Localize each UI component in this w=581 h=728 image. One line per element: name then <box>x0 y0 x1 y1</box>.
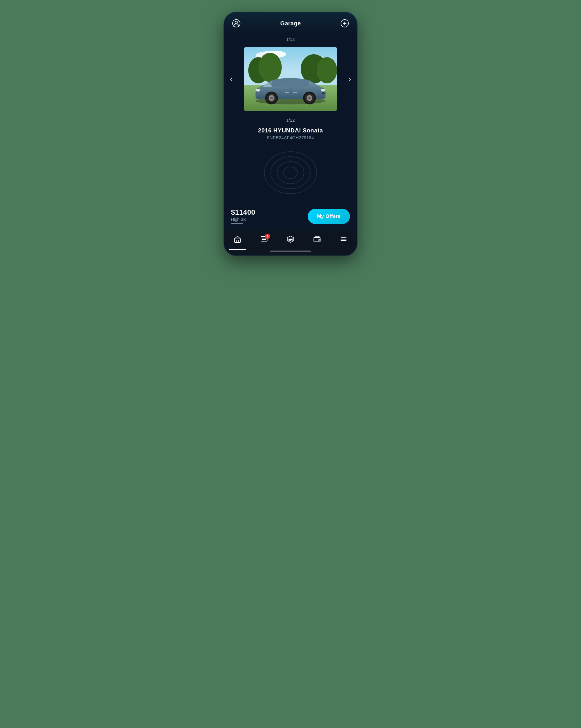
next-car-button[interactable]: › <box>345 72 354 87</box>
nav-item-menu[interactable] <box>335 234 352 246</box>
photo-pagination: 1/22 <box>224 114 357 125</box>
svg-point-29 <box>255 89 260 92</box>
menu-icon <box>340 235 347 245</box>
svg-point-32 <box>277 162 304 184</box>
svg-point-1 <box>235 21 238 24</box>
svg-point-27 <box>308 97 311 99</box>
svg-point-12 <box>317 57 337 83</box>
bid-price: $11400 <box>231 208 255 216</box>
car-vin: 5NPE24AF4GH279184 <box>229 135 352 140</box>
svg-rect-43 <box>318 239 320 240</box>
header: Garage <box>224 12 357 33</box>
svg-rect-34 <box>234 239 240 242</box>
phone-frame: Garage 1/12 ‹ <box>223 12 358 256</box>
svg-point-38 <box>264 239 264 240</box>
nft-icon: NFT <box>287 235 294 245</box>
bottom-nav: 1 NFT <box>224 230 357 248</box>
svg-point-30 <box>264 152 317 194</box>
svg-text:NFT: NFT <box>289 239 293 241</box>
car-pagination: 1/12 <box>224 33 357 44</box>
my-offers-button[interactable]: My Offers <box>308 209 350 224</box>
message-badge: 1 <box>265 234 270 239</box>
nav-item-nft[interactable]: NFT <box>282 234 299 246</box>
wallet-icon <box>313 235 321 245</box>
prev-car-button[interactable]: ‹ <box>227 72 236 87</box>
svg-point-23 <box>270 97 273 99</box>
svg-rect-42 <box>314 237 320 242</box>
svg-rect-19 <box>293 92 297 93</box>
svg-point-28 <box>321 89 326 92</box>
svg-point-39 <box>265 239 266 240</box>
svg-point-37 <box>262 239 263 240</box>
car-image-section: ‹ <box>224 44 357 114</box>
nav-item-messages[interactable]: 1 <box>255 234 272 246</box>
bid-label: High Bid <box>231 217 255 222</box>
car-name: 2016 HYUNDAI Sonata <box>229 127 352 134</box>
svg-point-10 <box>258 53 282 82</box>
price-action-section: $11400 High Bid My Offers <box>224 205 357 230</box>
svg-rect-18 <box>285 92 289 93</box>
home-bar <box>270 251 311 252</box>
radar-decoration <box>224 145 357 205</box>
svg-point-33 <box>283 167 298 179</box>
message-icon: 1 <box>260 235 268 245</box>
nav-item-garage[interactable] <box>229 234 246 246</box>
car-photo <box>244 47 337 111</box>
profile-icon[interactable] <box>231 18 242 29</box>
svg-rect-35 <box>236 240 239 242</box>
nav-item-wallet[interactable] <box>309 234 326 246</box>
price-section: $11400 High Bid <box>231 208 255 224</box>
page-title: Garage <box>280 20 301 27</box>
garage-icon <box>234 235 241 245</box>
add-vehicle-button[interactable] <box>339 18 350 29</box>
price-divider <box>231 224 243 224</box>
car-image-svg <box>244 47 337 111</box>
car-info: 2016 HYUNDAI Sonata 5NPE24AF4GH279184 <box>224 125 357 145</box>
radar-rings-svg <box>261 149 320 196</box>
